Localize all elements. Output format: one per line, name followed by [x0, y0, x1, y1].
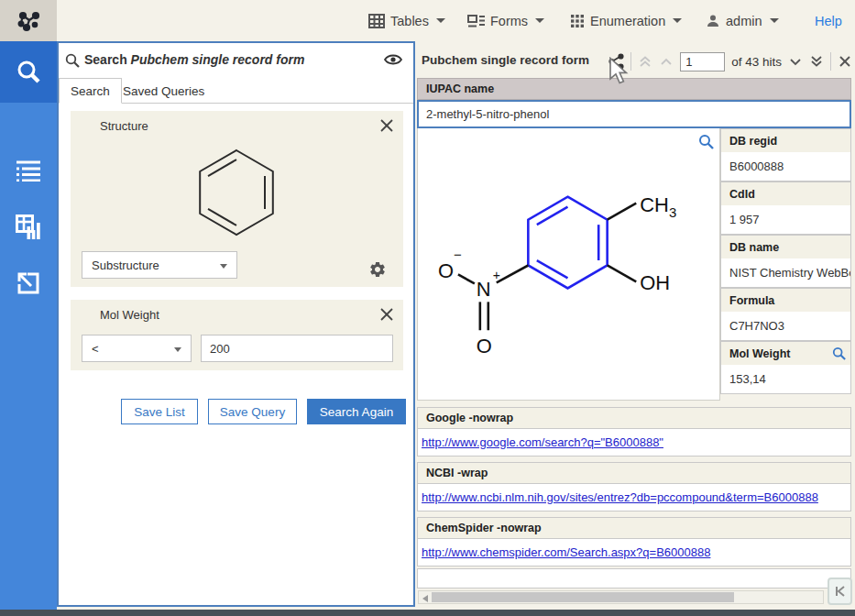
search-panel-tabs: Search Saved Queries [59, 78, 413, 104]
collapse-panel-button[interactable] [828, 578, 852, 605]
help-label: Help [815, 14, 842, 28]
sidebar-item-hit-list[interactable] [0, 142, 57, 199]
mol-weight-search-icon[interactable] [832, 346, 846, 360]
menu-forms[interactable]: Forms [467, 0, 544, 41]
field-value-text: 153,14 [729, 372, 766, 386]
mol-weight-operator-value: < [92, 342, 99, 356]
field-label-text: DB regid [729, 135, 777, 148]
structure-settings-gear-icon[interactable] [368, 260, 387, 279]
hit-count-label: of 43 hits [731, 55, 782, 69]
ncbi-entrez-link[interactable]: http://www.ncbi.nlm.nih.gov/sites/entrez… [422, 490, 818, 504]
save-list-button[interactable]: Save List [121, 399, 198, 424]
google-search-link[interactable]: http://www.google.com/search?q="B6000888… [422, 435, 663, 449]
field-label-text: Mol Weight [729, 347, 790, 360]
save-query-button[interactable]: Save Query [208, 399, 297, 424]
molecule-logo-icon [15, 7, 42, 35]
link-label-google: Google -nowrap [417, 407, 851, 429]
field-value-db-regid[interactable]: B6000888 [720, 152, 851, 182]
scrollbar-thumb[interactable] [432, 592, 734, 602]
link-group-google: Google -nowrap http://www.google.com/sea… [417, 407, 851, 456]
search-again-label: Search Again [320, 405, 393, 419]
link-row-chemspider: http://www.chemspider.com/Search.aspx?q=… [417, 539, 851, 566]
svg-text:−: − [454, 247, 462, 262]
field-value-formula[interactable]: C7H7NO3 [720, 312, 851, 341]
field-value-db-name[interactable]: NIST Chemistry WebBo [720, 258, 851, 288]
record-panel-title: Pubchem single record form [422, 53, 589, 67]
record-pager-toolbar: of 43 hits [608, 50, 852, 73]
structure-section-title: Structure [100, 119, 148, 133]
share-icon[interactable] [608, 53, 624, 70]
structure-magnifier-icon[interactable] [698, 134, 714, 149]
record-structure-viewer[interactable]: CH 3 OH N + O − O [417, 128, 720, 401]
mol-weight-criterion-section: Mol Weight < [71, 300, 403, 370]
forms-icon [467, 14, 485, 28]
search-panel-title: Search Pubchem single record form [84, 52, 304, 67]
chevron-down-icon [770, 18, 779, 23]
chevron-down-icon [220, 264, 227, 269]
mol-weight-operator-select[interactable]: < [82, 335, 192, 362]
field-value-cdid[interactable]: 1 957 [720, 205, 851, 235]
last-hit-icon[interactable] [809, 54, 824, 69]
search-panel: Search Pubchem single record form Search… [57, 41, 415, 607]
structure-criterion-section: Structure Substructure [71, 111, 403, 287]
iupac-value-text: 2-methyl-5-nitro-phenol [426, 107, 549, 121]
svg-text:O: O [477, 335, 492, 358]
toolbar-divider [630, 52, 631, 71]
close-record-panel-icon[interactable] [838, 54, 852, 69]
app-logo[interactable] [0, 0, 57, 41]
link-label-chemspider: ChemSpider -nowrap [417, 517, 851, 539]
link-group-chemspider: ChemSpider -nowrap http://www.chemspider… [417, 517, 851, 566]
menu-tables[interactable]: Tables [368, 0, 445, 41]
field-label-db-name: DB name [720, 235, 851, 258]
close-mol-weight-criterion-icon[interactable] [378, 306, 395, 323]
search-icon [65, 53, 80, 68]
scroll-left-arrow-icon[interactable] [422, 595, 428, 602]
tab-search-label: Search [71, 84, 110, 98]
previous-hit-icon[interactable] [659, 56, 674, 67]
search-again-button[interactable]: Search Again [307, 399, 406, 424]
menu-enumeration[interactable]: Enumeration [570, 0, 682, 41]
menu-tables-label: Tables [390, 14, 429, 28]
iupac-name-field-label: IUPAC name [417, 78, 851, 100]
next-hit-icon[interactable] [788, 56, 803, 67]
link-label-text: ChemSpider -nowrap [426, 522, 542, 534]
structure-mode-select[interactable]: Substructure [82, 251, 237, 279]
top-bar: Tables Forms Enumeration admin [0, 0, 855, 41]
sidebar-item-search[interactable] [0, 41, 57, 103]
field-label-mol-weight: Mol Weight [720, 341, 851, 365]
search-panel-header: Search Pubchem single record form [59, 43, 413, 78]
help-link[interactable]: Help [815, 0, 842, 41]
export-icon [16, 270, 41, 296]
link-group-ncbi: NCBI -wrap http://www.ncbi.nlm.nih.gov/s… [417, 462, 851, 512]
hit-number-input[interactable] [680, 52, 725, 72]
sidebar-item-form-browse[interactable] [0, 199, 57, 256]
link-label-ncbi: NCBI -wrap [417, 462, 851, 484]
menu-admin[interactable]: admin [706, 0, 779, 41]
toolbar-divider [830, 52, 831, 71]
form-chart-icon [16, 214, 41, 240]
record-panel-header: Pubchem single record form of 43 hits [417, 46, 855, 76]
record-fields-column: DB regid B6000888 CdId 1 957 DB name NIS… [720, 128, 851, 394]
svg-text:N: N [477, 278, 491, 301]
save-list-label: Save List [134, 405, 185, 419]
eye-icon[interactable] [384, 53, 402, 66]
field-value-mol-weight[interactable]: 153,14 [720, 365, 851, 394]
chemspider-search-link[interactable]: http://www.chemspider.com/Search.aspx?q=… [422, 545, 710, 559]
first-hit-icon[interactable] [638, 54, 652, 69]
search-title-form-name: Pubchem single record form [131, 52, 305, 67]
tables-icon [368, 14, 385, 28]
horizontal-scrollbar[interactable] [418, 590, 824, 604]
field-value-text: B6000888 [729, 160, 784, 173]
tab-saved-queries[interactable]: Saved Queries [112, 78, 215, 104]
field-value-text: NIST Chemistry WebBo [729, 266, 851, 280]
iupac-name-field-value[interactable]: 2-methyl-5-nitro-phenol [417, 100, 851, 128]
chevron-down-icon [673, 18, 682, 23]
close-structure-criterion-icon[interactable] [378, 117, 395, 134]
mol-weight-value-input[interactable] [201, 335, 393, 362]
link-label-text: Google -nowrap [426, 412, 513, 424]
search-actions-row: Save List Save Query Search Again [59, 399, 413, 424]
field-label-db-regid: DB regid [720, 128, 851, 152]
sidebar-item-export[interactable] [0, 255, 57, 312]
field-label-text: CdId [729, 188, 755, 201]
query-structure-canvas[interactable] [71, 141, 403, 246]
